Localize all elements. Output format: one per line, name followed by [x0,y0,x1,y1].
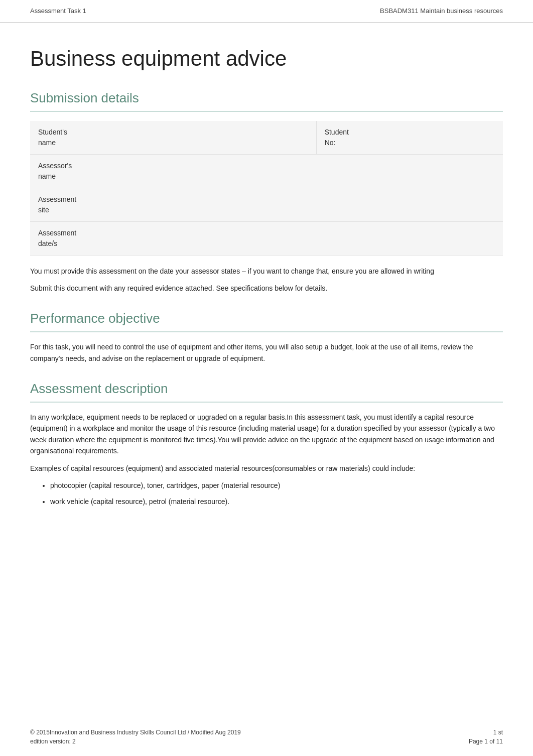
assessment-desc-para1: In any workplace, equipment needs to be … [30,412,503,457]
footer-right: 1 st Page 1 of 11 [469,728,503,746]
assessment-desc-para2: Examples of capital resources (equipment… [30,463,503,474]
student-no-value [378,121,503,155]
assessment-date-row: Assessmentdate/s [30,221,503,255]
performance-heading: Performance objective [30,309,503,328]
list-item: photocopier (capital resource), toner, c… [50,480,503,491]
list-item: work vehicle (capital resource), petrol … [50,496,503,507]
assessment-site-row: Assessmentsite [30,188,503,221]
assessment-desc-section: Assessment description In any workplace,… [30,379,503,508]
footer-edition: 1 st [469,728,503,737]
main-title: Business equipment advice [30,43,503,74]
student-name-value [155,121,316,155]
submission-note-2: Submit this document with any required e… [30,283,503,294]
page: Assessment Task 1 BSBADM311 Maintain bus… [0,0,533,756]
submission-section: Submission details Student'sname Student… [30,88,503,294]
header-left: Assessment Task 1 [30,6,86,16]
assessment-site-value [155,188,503,221]
student-name-label: Student'sname [30,121,155,155]
assessor-row: Assessor'sname [30,154,503,188]
assessment-site-label: Assessmentsite [30,188,155,221]
header-right: BSBADM311 Maintain business resources [380,6,503,16]
page-header: Assessment Task 1 BSBADM311 Maintain bus… [0,0,533,23]
main-content: Business equipment advice Submission det… [0,23,533,553]
page-footer: © 2015Innovation and Business Industry S… [0,728,533,746]
footer-page: Page 1 of 11 [469,737,503,746]
submission-table: Student'sname StudentNo: Assessor'sname … [30,121,503,256]
assessment-date-value [155,221,503,255]
submission-heading: Submission details [30,88,503,108]
submission-divider [30,111,503,112]
performance-divider [30,331,503,332]
bullet-list: photocopier (capital resource), toner, c… [50,480,503,508]
performance-body: For this task, you will need to control … [30,341,503,364]
footer-left-line1: © 2015Innovation and Business Industry S… [30,728,241,737]
assessor-name-label: Assessor'sname [30,154,155,188]
footer-left-line2: edition version: 2 [30,737,241,746]
student-row: Student'sname StudentNo: [30,121,503,155]
student-no-label: StudentNo: [316,121,378,155]
assessor-name-value [155,154,503,188]
assessment-desc-divider [30,402,503,403]
submission-note-1: You must provide this assessment on the … [30,266,503,277]
performance-section: Performance objective For this task, you… [30,309,503,364]
assessment-desc-heading: Assessment description [30,379,503,399]
assessment-date-label: Assessmentdate/s [30,221,155,255]
footer-left: © 2015Innovation and Business Industry S… [30,728,241,746]
